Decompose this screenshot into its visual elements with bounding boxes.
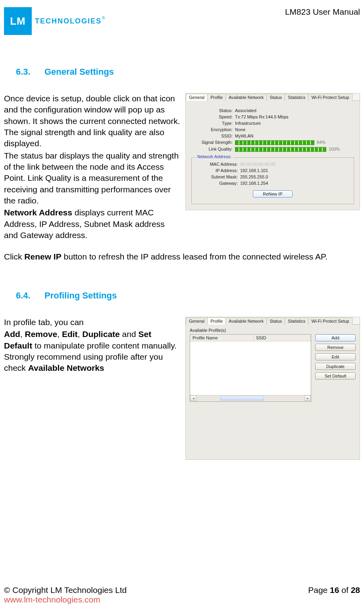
value-type: Infrastructure	[235, 121, 354, 126]
value-signal-strength: 84%	[235, 140, 354, 145]
profile-list-hscroll[interactable]: ◂ ▸	[190, 395, 311, 401]
network-address-group: Network Address: MAC Address:00:00:00:00…	[191, 157, 354, 204]
remove-button[interactable]: Remove	[315, 344, 356, 351]
profile-list-body[interactable]	[190, 341, 311, 395]
value-subnet: 255.255.255.0	[240, 174, 349, 179]
profile-list-header: Profile Name SSID	[190, 335, 311, 341]
label-mac: MAC Address:	[196, 162, 240, 167]
page-header: LM TECHNOLOGIES® LM823 User Manual	[4, 0, 360, 35]
tab2-general[interactable]: General	[186, 318, 208, 325]
tab-available-network[interactable]: Available Network	[225, 94, 267, 101]
profile-settings-panel: General Profile Available Network Status…	[185, 317, 360, 460]
section-63-title: General Settings	[44, 67, 114, 77]
label-gateway: Gateway:	[196, 181, 240, 186]
section-63-number: 6.3.	[16, 67, 44, 77]
tab2-status[interactable]: Status	[266, 318, 285, 325]
general-tabstrip: General Profile Available Network Status…	[186, 93, 360, 101]
value-speed: Tx:72 Mbps Rx:144.5 Mbps	[235, 114, 354, 119]
logo-square-icon: LM	[4, 7, 32, 35]
value-status: Associated	[235, 108, 354, 113]
logo-wordmark: TECHNOLOGIES	[35, 17, 102, 25]
section-64-line1: In profile tab, you can	[4, 317, 181, 328]
duplicate-button[interactable]: Duplicate	[315, 363, 356, 370]
col-profile-name[interactable]: Profile Name	[190, 335, 254, 341]
tab-profile[interactable]: Profile	[207, 94, 226, 101]
label-encryption: Encryption:	[191, 127, 235, 132]
section-63-body: Once device is setup, double click on th…	[4, 93, 181, 242]
section-63-para1: Once device is setup, double click on th…	[4, 93, 181, 149]
label-ip: IP Address:	[196, 168, 240, 173]
page-footer: © Copyright LM Technologies Ltd www.lm-t…	[4, 585, 360, 604]
tab2-available-network[interactable]: Available Network	[225, 318, 267, 325]
footer-page-number: Page 16 of 28	[308, 585, 360, 604]
section-64-heading: 6.4.Profiling Settings	[16, 291, 360, 301]
available-profiles-label: Available Profile(s)	[190, 328, 356, 333]
tab2-wifi-protect-setup[interactable]: Wi-Fi Protect Setup	[308, 318, 352, 325]
section-63-para4: Click Renew IP button to refresh the IP …	[4, 251, 360, 262]
label-status: Status:	[191, 108, 235, 113]
link-quality-bar-icon	[235, 147, 326, 152]
section-63-para3: Network Address displays current MAC Add…	[4, 207, 181, 241]
profile-listbox[interactable]: Profile Name SSID ◂ ▸	[190, 334, 311, 402]
add-button[interactable]: Add	[315, 334, 356, 341]
edit-button[interactable]: Edit	[315, 353, 356, 360]
tab-wifi-protect-setup[interactable]: Wi-Fi Protect Setup	[308, 94, 352, 101]
label-signal-strength: Signal Strength:	[191, 140, 235, 145]
tab-status[interactable]: Status	[266, 94, 285, 101]
renew-ip-button[interactable]: ReNew IP	[253, 190, 293, 198]
label-subnet: Subnet Mask:	[196, 174, 240, 179]
value-mac: 00:00:00:00:00:00	[240, 162, 349, 167]
registered-icon: ®	[102, 16, 105, 20]
general-settings-panel: General Profile Available Network Status…	[185, 93, 360, 210]
profile-button-column: Add Remove Edit Duplicate Set Default	[315, 334, 356, 402]
logo: LM TECHNOLOGIES®	[4, 7, 104, 35]
signal-strength-bar-icon	[235, 140, 314, 145]
section-64-number: 6.4.	[16, 291, 44, 301]
section-63-heading: 6.3.General Settings	[16, 67, 360, 77]
profile-tabstrip: General Profile Available Network Status…	[186, 317, 360, 325]
value-ssid: MyWLAN	[235, 134, 354, 138]
tab2-profile[interactable]: Profile	[207, 318, 226, 325]
network-address-legend: Network Address:	[196, 154, 233, 159]
section-64-body: In profile tab, you can Add, Remove, Edi…	[4, 317, 181, 375]
footer-url-link[interactable]: www.lm-technologies.com	[4, 595, 100, 604]
scroll-thumb[interactable]	[220, 396, 264, 401]
value-gateway: 192.168.1.254	[240, 181, 349, 186]
label-speed: Speed:	[191, 114, 235, 119]
label-link-quality: Link Quality:	[191, 147, 235, 152]
scroll-left-icon[interactable]: ◂	[190, 395, 196, 401]
label-type: Type:	[191, 121, 235, 126]
tab-statistics[interactable]: Statistics	[285, 94, 308, 101]
document-title: LM823 User Manual	[285, 7, 360, 17]
tab2-statistics[interactable]: Statistics	[285, 318, 308, 325]
section-63-para2: The status bar displays the quality and …	[4, 150, 181, 207]
section-64-title: Profiling Settings	[44, 291, 117, 300]
value-encryption: None	[235, 127, 354, 132]
scroll-right-icon[interactable]: ▸	[304, 395, 311, 401]
value-ip: 192.168.1.101	[240, 168, 349, 173]
footer-copyright: © Copyright LM Technologies Ltd	[4, 585, 127, 595]
set-default-button[interactable]: Set Default	[315, 372, 356, 380]
section-64-line2: Add, Remove, Edit, Duplicate and Set Def…	[4, 329, 181, 374]
tab-general[interactable]: General	[186, 94, 208, 101]
label-ssid: SSID:	[191, 134, 235, 138]
col-ssid[interactable]: SSID	[254, 335, 311, 341]
value-link-quality: 100%	[235, 147, 354, 152]
